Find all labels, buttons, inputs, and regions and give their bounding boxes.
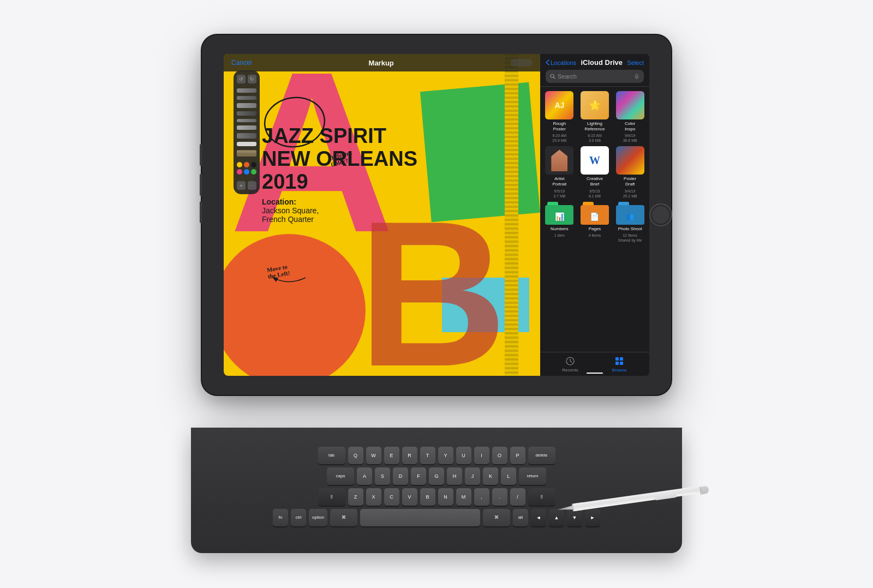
- key-shift-right[interactable]: ⇧: [528, 488, 555, 506]
- creative-brief-name: CreativeBrief: [587, 176, 603, 187]
- file-creative-brief[interactable]: CreativeBrief 9/5/198.1 MB: [579, 146, 611, 198]
- key-b[interactable]: B: [420, 488, 435, 506]
- color-orange[interactable]: [244, 162, 249, 167]
- key-space[interactable]: [360, 509, 480, 526]
- key-a[interactable]: A: [357, 467, 372, 485]
- key-r[interactable]: R: [402, 447, 417, 464]
- more-tools-button[interactable]: ···: [248, 181, 256, 190]
- artist-portrait-thumbnail: [545, 146, 573, 175]
- color-yellow[interactable]: [237, 162, 242, 167]
- key-fn[interactable]: fn: [273, 509, 288, 526]
- tab-browse[interactable]: Browse: [595, 356, 644, 373]
- pen-tool-4[interactable]: [237, 111, 256, 116]
- pen-tool-1[interactable]: [237, 88, 256, 93]
- color-green[interactable]: [251, 169, 256, 175]
- cancel-button[interactable]: Cancel: [231, 59, 252, 67]
- key-i[interactable]: I: [474, 447, 489, 464]
- pen-tool-3[interactable]: [237, 103, 256, 108]
- numbers-folder-thumb: 📊: [545, 202, 573, 225]
- file-lighting-reference[interactable]: LightingReference 8:15 AM3.6 MB: [579, 91, 611, 143]
- key-m[interactable]: M: [456, 488, 471, 506]
- undo-button[interactable]: ↺: [237, 75, 246, 83]
- tab-recents[interactable]: Recents: [546, 356, 595, 373]
- key-comma[interactable]: ,: [474, 488, 489, 506]
- key-option[interactable]: option: [309, 509, 327, 526]
- pen-tool-5[interactable]: [237, 119, 256, 122]
- key-k[interactable]: K: [483, 467, 498, 485]
- key-ctrl[interactable]: ctrl: [291, 509, 306, 526]
- color-black[interactable]: [251, 162, 256, 167]
- key-cmd-right[interactable]: ⌘: [483, 509, 510, 526]
- key-y[interactable]: Y: [438, 447, 453, 464]
- creative-brief-thumbnail: [581, 146, 609, 175]
- key-f[interactable]: F: [411, 467, 426, 485]
- numbers-folder-name: Numbers: [551, 226, 568, 232]
- key-w[interactable]: W: [366, 447, 381, 464]
- key-h[interactable]: H: [447, 467, 462, 485]
- key-c[interactable]: C: [384, 488, 399, 506]
- key-return[interactable]: return: [519, 467, 546, 485]
- key-arrow-right[interactable]: ►: [585, 509, 600, 526]
- lighting-reference-name: LightingReference: [585, 121, 605, 131]
- circle-annotation: [259, 92, 330, 152]
- pen-tool-7[interactable]: [237, 133, 256, 139]
- file-rough-poster[interactable]: RoughPoster 8:20 AM25.9 MB: [543, 91, 576, 143]
- key-z[interactable]: Z: [348, 488, 363, 506]
- numbers-folder-count: 1 item: [554, 233, 565, 238]
- key-u[interactable]: U: [456, 447, 471, 464]
- search-bar[interactable]: Search: [546, 70, 644, 83]
- select-button[interactable]: Select: [627, 59, 644, 66]
- key-g[interactable]: G: [429, 467, 444, 485]
- key-v[interactable]: V: [402, 488, 417, 506]
- home-button[interactable]: [649, 203, 672, 226]
- recents-tab-label: Recents: [562, 368, 578, 373]
- key-delete[interactable]: delete: [528, 447, 555, 464]
- scene: Cancel Markup A B J: [136, 35, 737, 553]
- key-n[interactable]: N: [438, 488, 453, 506]
- back-to-locations[interactable]: Locations: [546, 59, 576, 66]
- folder-photo-shoot[interactable]: 👥 Photo Shoot 12 ItemsShared by Me: [614, 202, 646, 243]
- ruler-tool[interactable]: [237, 150, 256, 157]
- side-button[interactable]: [200, 201, 202, 223]
- volume-down-button[interactable]: [200, 174, 202, 196]
- key-q[interactable]: Q: [348, 447, 363, 464]
- markup-canvas[interactable]: Cancel Markup A B J: [224, 54, 540, 376]
- key-t[interactable]: T: [420, 447, 435, 464]
- key-tab[interactable]: tab: [318, 447, 345, 464]
- key-cmd-left[interactable]: ⌘: [330, 509, 357, 526]
- smart-keyboard[interactable]: tab Q W E R T Y U I O P delete caps A S …: [191, 428, 682, 553]
- color-red[interactable]: [237, 169, 242, 175]
- color-blue[interactable]: [244, 169, 249, 175]
- key-d[interactable]: D: [393, 467, 408, 485]
- key-s[interactable]: S: [375, 467, 390, 485]
- browse-tab-label: Browse: [612, 368, 627, 373]
- key-shift-left[interactable]: ⇧: [318, 488, 345, 506]
- key-x[interactable]: X: [366, 488, 381, 506]
- key-e[interactable]: E: [384, 447, 399, 464]
- pen-tool-2[interactable]: [237, 96, 256, 100]
- volume-up-button[interactable]: [200, 144, 202, 166]
- done-button[interactable]: [511, 59, 533, 67]
- file-color-inspo[interactable]: ColorInspo 9/8/1936.6 MB: [614, 91, 646, 143]
- key-l[interactable]: L: [501, 467, 516, 485]
- redo-button[interactable]: ↻: [248, 75, 256, 83]
- key-period[interactable]: .: [492, 488, 507, 506]
- file-artist-portrait[interactable]: ArtistPortrait 9/5/193.7 MB: [543, 146, 576, 198]
- artist-portrait-meta: 9/5/193.7 MB: [553, 189, 565, 199]
- folder-pages[interactable]: 📄 Pages 4 items: [579, 202, 611, 243]
- key-p[interactable]: P: [510, 447, 525, 464]
- key-j[interactable]: J: [465, 467, 480, 485]
- folder-numbers[interactable]: 📊 Numbers 1 item: [543, 202, 576, 243]
- folder-body: 📊: [545, 205, 573, 225]
- eraser-tool[interactable]: [237, 142, 256, 146]
- key-o[interactable]: O: [492, 447, 507, 464]
- file-poster-draft[interactable]: PosterDraft 9/4/1925.2 MB: [614, 146, 646, 198]
- markup-toolbar-top: Cancel Markup: [224, 54, 540, 71]
- pen-tool-6[interactable]: [237, 125, 256, 130]
- icloud-nav-bar: Locations iCloud Drive Select: [546, 58, 644, 67]
- add-tool-button[interactable]: +: [237, 181, 246, 190]
- key-caps[interactable]: caps: [327, 467, 354, 485]
- key-alt[interactable]: alt: [513, 509, 528, 526]
- key-slash[interactable]: /: [510, 488, 525, 506]
- key-arrow-left[interactable]: ◄: [531, 509, 546, 526]
